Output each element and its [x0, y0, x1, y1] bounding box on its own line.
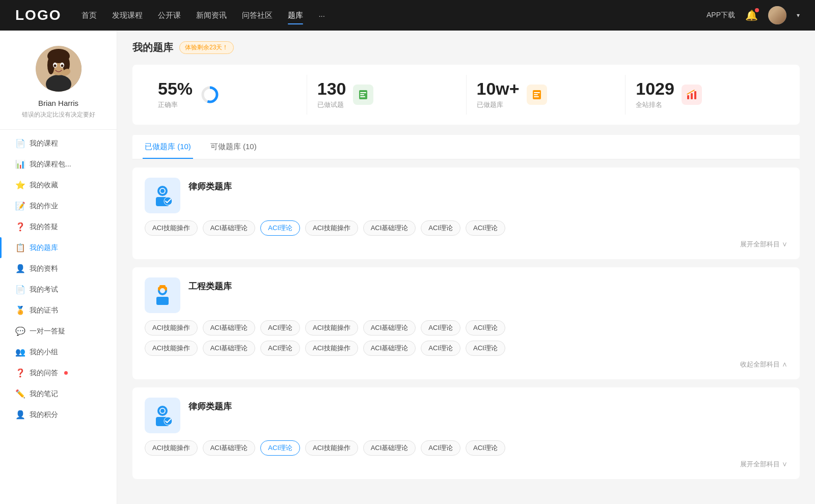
tag-item[interactable]: ACI技能操作 [305, 220, 358, 236]
tag-item[interactable]: ACI理论 [260, 320, 300, 335]
menu-icon: ✏️ [15, 389, 24, 399]
qbank-header: 律师类题库 [145, 398, 787, 433]
nav-link-题库[interactable]: 题库 [288, 9, 303, 22]
tag-item[interactable]: ACI理论 [260, 341, 300, 356]
sidebar-item-我的收藏[interactable]: ⭐我的收藏 [0, 175, 117, 195]
sidebar-item-我的小组[interactable]: 👥我的小组 [0, 342, 117, 362]
svg-rect-22 [691, 93, 693, 99]
menu-icon: 👥 [15, 347, 24, 357]
tag-item[interactable]: ACI基础理论 [363, 320, 416, 335]
tag-item[interactable]: ACI理论 [421, 341, 460, 356]
sidebar-item-我的积分[interactable]: 👤我的积分 [0, 404, 117, 425]
chevron-down-icon[interactable]: ▾ [797, 12, 800, 19]
sidebar-item-我的作业[interactable]: 📝我的作业 [0, 195, 117, 216]
tag-item[interactable]: ACI技能操作 [305, 341, 358, 356]
menu-icon: 📋 [15, 243, 24, 253]
menu-notification-dot [64, 371, 68, 375]
stat-item-1: 130已做试题 [307, 75, 467, 115]
tag-item[interactable]: ACI理论 [466, 320, 505, 335]
qbank-title: 律师类题库 [188, 178, 232, 192]
menu-icon: 💬 [15, 326, 24, 336]
svg-rect-20 [534, 96, 539, 97]
tag-item[interactable]: ACI基础理论 [203, 440, 256, 456]
tag-item[interactable]: ACI基础理论 [203, 341, 256, 356]
stat-value-0: 55% [158, 80, 193, 97]
tag-item[interactable]: ACI技能操作 [305, 440, 358, 456]
menu-label: 我的课程 [30, 139, 58, 148]
menu-icon: 👤 [15, 264, 24, 273]
nav-link-首页[interactable]: 首页 [82, 9, 97, 22]
tag-item[interactable]: ACI理论 [466, 341, 505, 356]
expand-link[interactable]: 展开全部科目 ∨ [145, 460, 787, 469]
qbank-title: 律师类题库 [188, 398, 232, 412]
collapse-link[interactable]: 收起全部科目 ∧ [145, 360, 787, 369]
nav-link-公开课[interactable]: 公开课 [158, 9, 181, 22]
tag-item[interactable]: ACI基础理论 [363, 440, 416, 456]
menu-label: 我的题库 [30, 243, 58, 253]
menu-label: 我的问答 [30, 369, 58, 378]
sidebar-item-我的课程[interactable]: 📄我的课程 [0, 133, 117, 154]
sidebar-divider [0, 129, 117, 130]
nav-link-新闻资讯[interactable]: 新闻资讯 [196, 9, 227, 22]
sidebar-item-我的证书[interactable]: 🏅我的证书 [0, 300, 117, 321]
tag-item[interactable]: ACI技能操作 [145, 341, 198, 356]
tag-item[interactable]: ACI理论 [421, 320, 460, 335]
sidebar-item-我的考试[interactable]: 📄我的考试 [0, 279, 117, 300]
sidebar-item-我的答疑[interactable]: ❓我的答疑 [0, 216, 117, 237]
sidebar-item-我的笔记[interactable]: ✏️我的笔记 [0, 383, 117, 404]
tag-item[interactable]: ACI基础理论 [363, 341, 416, 356]
sidebar-username: Brian Harris [38, 99, 78, 107]
tab-1[interactable]: 可做题库 (10) [208, 135, 259, 159]
sidebar: Brian Harris 错误的决定比没有决定要好 📄我的课程📊我的课程包...… [0, 31, 117, 504]
tag-item[interactable]: ACI技能操作 [145, 220, 198, 236]
svg-point-8 [53, 65, 56, 67]
tag-item[interactable]: ACI理论 [421, 440, 460, 456]
tag-item[interactable]: ACI基础理论 [203, 220, 256, 236]
avatar-image [768, 6, 786, 24]
tag-item[interactable]: ACI技能操作 [145, 440, 198, 456]
qbank-icon [145, 398, 180, 433]
nav-link-问答社区[interactable]: 问答社区 [242, 9, 273, 22]
tag-item[interactable]: ACI理论 [260, 220, 300, 236]
page-title: 我的题库 [132, 41, 173, 54]
tags-row: ACI技能操作ACI基础理论ACI理论ACI技能操作ACI基础理论ACI理论AC… [145, 220, 787, 236]
qbank-card-0: 律师类题库ACI技能操作ACI基础理论ACI理论ACI技能操作ACI基础理论AC… [132, 167, 800, 259]
tag-item[interactable]: ACI技能操作 [145, 320, 198, 335]
tag-item[interactable]: ACI技能操作 [305, 320, 358, 335]
stat-item-0: 55%正确率 [148, 75, 307, 115]
notification-dot [755, 8, 759, 12]
sidebar-item-一对一答疑[interactable]: 💬一对一答疑 [0, 321, 117, 342]
qbank-title: 工程类题库 [188, 277, 232, 292]
app-download-link[interactable]: APP下载 [707, 11, 735, 20]
tag-item[interactable]: ACI理论 [260, 440, 300, 456]
nav-link-···[interactable]: ··· [318, 9, 325, 22]
menu-icon: 🏅 [15, 305, 24, 315]
stat-value-1: 130 [317, 80, 346, 97]
tag-item[interactable]: ACI基础理论 [363, 220, 416, 236]
menu-label: 我的收藏 [30, 181, 58, 190]
tag-item[interactable]: ACI基础理论 [203, 320, 256, 335]
svg-point-37 [160, 409, 165, 413]
nav-logo[interactable]: LOGO [15, 7, 61, 23]
nav-link-发现课程[interactable]: 发现课程 [112, 9, 143, 22]
page-header: 我的题库 体验剩余23天！ [132, 41, 800, 54]
sidebar-item-我的问答[interactable]: ❓我的问答 [0, 362, 117, 383]
menu-label: 我的笔记 [30, 389, 58, 399]
sidebar-item-我的题库[interactable]: 📋我的题库 [0, 237, 117, 258]
tag-item[interactable]: ACI理论 [421, 220, 460, 236]
tag-item[interactable]: ACI理论 [466, 440, 505, 456]
tag-item[interactable]: ACI理论 [466, 220, 505, 236]
user-avatar[interactable] [768, 6, 786, 24]
sidebar-item-我的资料[interactable]: 👤我的资料 [0, 258, 117, 279]
menu-icon: 📝 [15, 201, 24, 211]
menu-icon: 👤 [15, 410, 24, 419]
tags-row-2: ACI技能操作ACI基础理论ACI理论ACI技能操作ACI基础理论ACI理论AC… [145, 341, 787, 356]
qbank-card-2: 律师类题库ACI技能操作ACI基础理论ACI理论ACI技能操作ACI基础理论AC… [132, 387, 800, 479]
svg-point-33 [160, 288, 165, 293]
menu-icon: ❓ [15, 368, 24, 378]
menu-label: 我的课程包... [30, 160, 71, 169]
sidebar-item-我的课程包...[interactable]: 📊我的课程包... [0, 154, 117, 175]
tab-0[interactable]: 已做题库 (10) [143, 135, 193, 159]
expand-link[interactable]: 展开全部科目 ∨ [145, 240, 787, 249]
notification-bell[interactable]: 🔔 [745, 9, 758, 21]
